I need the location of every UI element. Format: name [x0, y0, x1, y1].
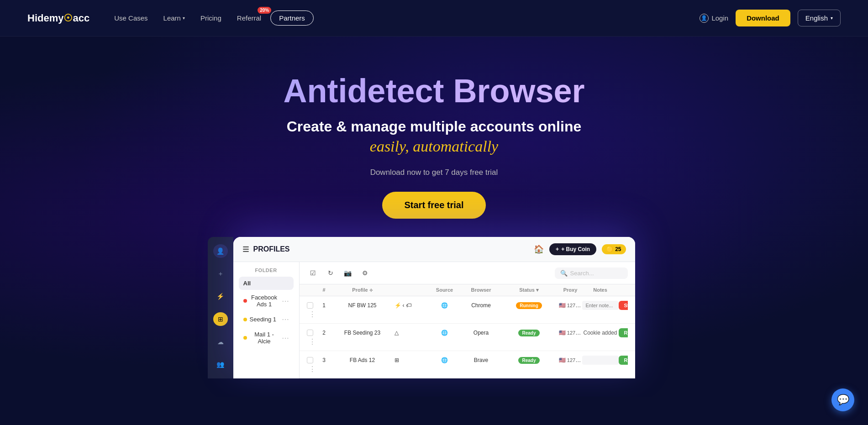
row1-lightning-icon: ⚡: [395, 302, 401, 309]
row1-action[interactable]: Stop: [619, 301, 628, 310]
toolbar-camera-icon[interactable]: 📷: [342, 267, 354, 279]
nav-item-partners[interactable]: Partners: [270, 10, 314, 26]
sidebar-profile-icon[interactable]: 👤: [213, 244, 228, 258]
row3-proxy: 🇺🇸 127.0.0.1:40003: [559, 357, 582, 363]
sidebar-add-icon[interactable]: ＋: [213, 267, 228, 281]
toolbar-check-icon[interactable]: ☑: [307, 267, 320, 279]
referral-badge: 20%: [258, 7, 271, 14]
row2-icons: △: [395, 330, 426, 336]
col-actions: [619, 287, 628, 293]
logo[interactable]: Hidemy☉acc: [27, 12, 89, 24]
row2-profile: FB Seeding 23: [331, 330, 395, 336]
download-button[interactable]: Download: [736, 10, 790, 26]
hero-subtitle: Create & manage multiple accounts online: [9, 118, 859, 135]
toolbar-settings-icon[interactable]: ⚙: [359, 267, 372, 279]
language-label: English: [805, 14, 828, 22]
toolbar-refresh-icon[interactable]: ↻: [324, 267, 337, 279]
profiles-body: FOLDER All Facebook Ads 1 ⋯ Seeding 1: [233, 262, 635, 378]
row1-source: 🌐: [426, 302, 463, 309]
navbar: Hidemy☉acc Use Cases Learn ▾ Pricing Ref…: [0, 0, 868, 37]
login-button[interactable]: 👤 Login: [700, 14, 728, 23]
col-notes: Notes: [582, 287, 619, 293]
sidebar-lightning-icon[interactable]: ⚡: [213, 290, 228, 304]
col-profile[interactable]: Profile ⟡: [331, 287, 395, 293]
search-placeholder[interactable]: Search...: [570, 270, 594, 277]
row3-checkbox[interactable]: [307, 357, 318, 363]
row1-checkbox[interactable]: [307, 302, 318, 309]
folder-more-icon-3[interactable]: ⋯: [282, 334, 289, 342]
folder-item-fb-ads[interactable]: Facebook Ads 1 ⋯: [239, 291, 294, 311]
app-window-wrap: 👤 ＋ ⚡ ⊞ ☁ 👥 ☰ PROFILES 🏠 +: [233, 237, 635, 378]
folder-item-seeding[interactable]: Seeding 1 ⋯: [239, 312, 294, 327]
row1-tag-icon: 🏷: [406, 302, 411, 309]
chat-bubble[interactable]: 💬: [831, 388, 854, 411]
row3-icons: ⊞: [395, 357, 426, 363]
buy-coin-label: + Buy Coin: [561, 246, 590, 252]
row2-browser: Opera: [463, 330, 500, 336]
folder-dot-red: [243, 299, 247, 303]
row1-note[interactable]: [582, 301, 619, 310]
row3-grid-icon: ⊞: [395, 357, 399, 363]
buy-coin-icon: +: [556, 246, 559, 252]
table-row: 2 FB Seeding 23 △ 🌐 Opera Ready 🇺🇸 127.0…: [300, 324, 635, 351]
hamburger-icon[interactable]: ☰: [242, 245, 249, 254]
row1-profile: NF BW 125: [331, 302, 395, 309]
buy-coin-button[interactable]: + + Buy Coin: [549, 243, 596, 255]
sidebar-users-icon[interactable]: 👥: [213, 358, 228, 372]
lang-chevron-icon: ▾: [831, 16, 833, 21]
row2-more[interactable]: ⋮: [307, 337, 318, 346]
sidebar-grid-icon[interactable]: ⊞: [213, 312, 228, 326]
col-spacer: [395, 287, 426, 293]
learn-chevron-icon: ▾: [183, 16, 185, 21]
main-panel: ☑ ↻ 📷 ⚙ 🔍 Search... #: [300, 262, 635, 378]
sidebar-cloud-icon[interactable]: ☁: [213, 335, 228, 349]
col-proxy: Proxy: [559, 287, 582, 293]
folder-all-label: All: [243, 280, 251, 287]
row3-note[interactable]: [582, 356, 619, 365]
nav-item-pricing[interactable]: Pricing: [194, 10, 228, 26]
row3-more[interactable]: ⋮: [307, 365, 318, 373]
start-trial-button[interactable]: Start free trial: [382, 192, 485, 219]
table-row: 1 NF BW 125 ⚡ ‹ 🏷 🌐 Chrome Running 🇺🇸 12…: [300, 296, 635, 324]
nav-item-referral-wrap: Referral 20%: [231, 10, 268, 26]
row2-action[interactable]: Run: [619, 328, 628, 337]
folder-dot-yellow: [243, 318, 247, 321]
coin-count: 🟡 25: [602, 244, 626, 254]
app-window: ☰ PROFILES 🏠 + + Buy Coin 🟡 25: [233, 237, 635, 378]
row2-checkbox[interactable]: [307, 330, 318, 336]
coin-value: 25: [615, 246, 621, 252]
nav-item-learn[interactable]: Learn ▾: [157, 10, 191, 26]
folder-more-icon-2[interactable]: ⋯: [282, 315, 289, 324]
row2-num: 2: [318, 330, 331, 336]
folder-more-icon[interactable]: ⋯: [282, 297, 289, 305]
login-label: Login: [711, 14, 728, 22]
nav-actions: 👤 Login Download English ▾: [700, 10, 841, 26]
col-source: Source: [426, 287, 463, 293]
nav-links: Use Cases Learn ▾ Pricing Referral 20% P…: [108, 10, 700, 26]
search-icon: 🔍: [560, 270, 568, 277]
folder-item-mail[interactable]: Mail 1 - Alcie ⋯: [239, 328, 294, 348]
profiles-title-wrap: ☰ PROFILES: [242, 245, 290, 254]
row2-source: 🌐: [426, 330, 463, 336]
row3-source: 🌐: [426, 357, 463, 363]
table-row: 3 FB Ads 12 ⊞ 🌐 Brave Ready 🇺🇸 127.0.0.1…: [300, 351, 635, 378]
row1-num: 1: [318, 302, 331, 309]
profiles-title-text: PROFILES: [253, 245, 290, 253]
profiles-header: ☰ PROFILES 🏠 + + Buy Coin 🟡 25: [233, 237, 635, 262]
hero-title: Antidetect Browser: [9, 73, 859, 109]
nav-item-use-cases[interactable]: Use Cases: [108, 10, 154, 26]
row3-browser: Brave: [463, 357, 500, 363]
row3-action[interactable]: Run: [619, 356, 628, 365]
row1-icons: ⚡ ‹ 🏷: [395, 302, 426, 309]
home-icon[interactable]: 🏠: [534, 244, 544, 254]
row1-more[interactable]: ⋮: [307, 310, 318, 319]
row3-profile: FB Ads 12: [331, 357, 395, 363]
folder-seeding-label: Seeding 1: [250, 316, 277, 323]
folder-dot-yellow-2: [243, 336, 247, 340]
folder-panel: FOLDER All Facebook Ads 1 ⋯ Seeding 1: [233, 262, 300, 378]
table-header: # Profile ⟡ Source Browser Status ▾ Prox…: [300, 284, 635, 296]
row1-status: Running: [500, 302, 559, 309]
col-status[interactable]: Status ▾: [500, 287, 559, 293]
folder-item-all[interactable]: All: [239, 277, 294, 290]
language-selector[interactable]: English ▾: [798, 10, 841, 26]
